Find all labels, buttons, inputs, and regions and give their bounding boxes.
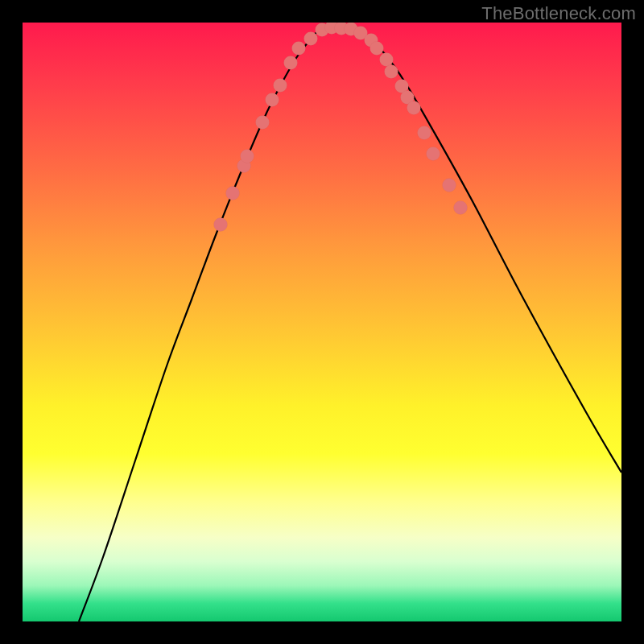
- data-point: [345, 23, 358, 36]
- data-point: [385, 65, 398, 79]
- data-point: [443, 179, 456, 192]
- data-point: [354, 27, 368, 40]
- data-point: [274, 79, 287, 93]
- data-point: [365, 34, 378, 47]
- data-point: [316, 23, 329, 37]
- data-point: [256, 116, 270, 130]
- bottleneck-curve: [79, 27, 621, 621]
- data-point: [237, 159, 251, 173]
- data-point: [325, 23, 339, 35]
- data-point: [401, 91, 415, 105]
- data-point: [241, 150, 254, 163]
- chart-svg: [23, 23, 621, 621]
- watermark-text: TheBottleneck.com: [481, 3, 636, 24]
- data-point: [454, 201, 468, 215]
- data-point: [407, 101, 421, 115]
- data-point: [304, 32, 318, 46]
- data-point: [395, 80, 409, 93]
- data-point: [214, 218, 228, 232]
- data-point: [284, 56, 298, 70]
- data-point: [226, 187, 240, 200]
- data-point: [335, 23, 349, 35]
- data-point: [427, 147, 440, 161]
- data-point: [370, 42, 384, 56]
- chart-plot-area: [23, 23, 621, 621]
- data-points-group: [214, 23, 468, 232]
- data-point: [292, 42, 306, 56]
- data-point: [380, 53, 394, 67]
- data-point: [266, 93, 279, 107]
- data-point: [418, 126, 431, 140]
